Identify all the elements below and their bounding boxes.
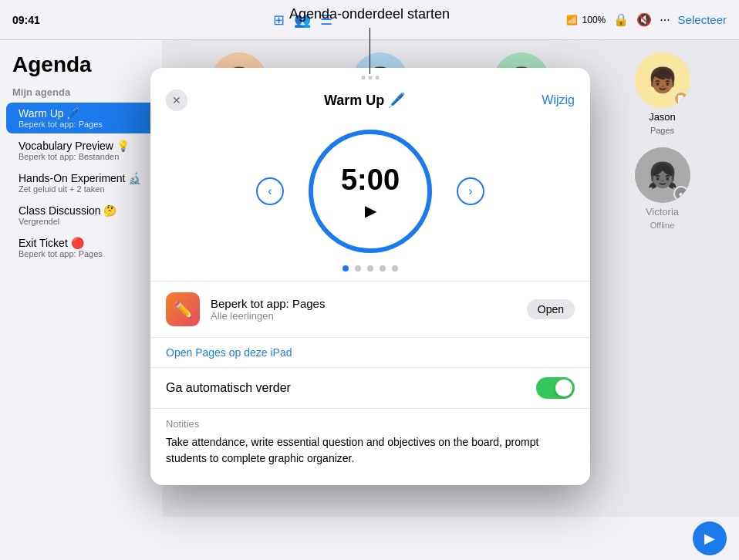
open-app-button[interactable]: Open [527, 299, 575, 319]
notes-label: Notities [166, 418, 575, 430]
student-name: Jason [649, 111, 676, 123]
student-name: Victoria [646, 206, 679, 218]
badge-pages: 📄 [673, 91, 689, 106]
student-card-victoria[interactable]: 👧🏾 ● Victoria Offline [598, 147, 727, 230]
sidebar-section-label: Mijn agenda [0, 86, 162, 98]
top-label-line [370, 28, 370, 74]
sidebar-item-sub: Vergrendel [19, 217, 143, 226]
sidebar-toggle-icon[interactable]: ⊞ [273, 12, 285, 29]
timer-prev-button[interactable]: ‹ [256, 177, 284, 205]
sidebar-item-sub: Beperk tot app: Pages [19, 120, 143, 129]
student-app: Offline [650, 221, 675, 230]
modal-dot [376, 76, 380, 79]
sidebar-item-sub: Zet geluid uit + 2 taken [19, 184, 143, 194]
auto-advance-label: Ga automatisch verder [166, 381, 291, 395]
sidebar-item-exit-ticket[interactable]: Exit Ticket 🔴 Beperk tot app: Pages [6, 232, 156, 263]
modal-title: Warm Up 🖊️ [324, 92, 405, 109]
open-link-section: Open Pages op deze iPad [150, 338, 590, 368]
dot-5 [392, 265, 398, 272]
sidebar-item-sub: Beperk tot app: Bestanden [19, 152, 143, 161]
battery-icon: 100% [582, 15, 606, 25]
timer-display: 5:00 [341, 164, 400, 197]
modal-dot [369, 76, 373, 79]
auto-advance-section: Ga automatisch verder [150, 368, 590, 409]
sidebar-item-name: Warm Up 🖊️ [19, 107, 143, 120]
wifi-icon: 📶 [566, 15, 578, 25]
sidebar-item-sub: Beperk tot app: Pages [19, 249, 143, 258]
student-app: Pages [650, 126, 674, 135]
dot-3 [367, 265, 373, 272]
app-restriction-name: Beperk tot app: Pages [211, 297, 516, 310]
page-dots [150, 262, 590, 281]
modal-header: ✕ Warm Up 🖊️ Wijzig [150, 68, 590, 117]
dot-2 [355, 265, 361, 272]
sidebar-item-hands-on[interactable]: Hands-On Experiment 🔬 Zet geluid uit + 2… [6, 167, 156, 198]
play-button-bottom[interactable]: ▶ [693, 521, 727, 555]
selecteer-button[interactable]: Selecteer [678, 13, 727, 26]
modal-edit-button[interactable]: Wijzig [542, 93, 575, 107]
app-restriction-section: ✏️ Beperk tot app: Pages Alle leerlingen… [150, 282, 590, 338]
top-label: Agenda-onderdeel starten [289, 6, 450, 22]
status-time: 09:41 [12, 14, 40, 26]
student-card-jason[interactable]: 👦🏾 📄 Jason Pages [598, 52, 727, 135]
avatar-jason: 👦🏾 📄 [635, 52, 690, 108]
modal: ✕ Warm Up 🖊️ Wijzig ‹ 5:00 ▶ › ✏️ Beperk… [150, 68, 590, 485]
sidebar-item-name: Hands-On Experiment 🔬 [19, 172, 143, 184]
more-icon[interactable]: ··· [660, 13, 670, 27]
pages-app-icon: ✏️ [166, 292, 200, 326]
dot-1 [343, 265, 349, 272]
lock-icon[interactable]: 🔒 [613, 12, 629, 27]
notes-text: Take attendance, write essential questio… [166, 434, 575, 467]
toggle-knob [555, 380, 572, 396]
open-pages-link[interactable]: Open Pages op deze iPad [166, 346, 292, 359]
sidebar-title: Agenda [0, 52, 162, 77]
avatar-victoria: 👧🏾 ● [635, 147, 690, 203]
timer-section: ‹ 5:00 ▶ › [150, 117, 590, 262]
app-students-label: Alle leerlingen [211, 310, 516, 322]
badge-offline: ● [673, 186, 689, 201]
timer-next-button[interactable]: › [457, 177, 484, 205]
sidebar-item-warm-up[interactable]: Warm Up 🖊️ Beperk tot app: Pages [6, 103, 156, 133]
sidebar-item-name: Exit Ticket 🔴 [19, 237, 143, 249]
app-info: Beperk tot app: Pages Alle leerlingen [211, 297, 516, 322]
sidebar-item-name: Class Discussion 🤔 [19, 204, 143, 217]
auto-advance-toggle[interactable] [536, 377, 575, 399]
timer-play-icon[interactable]: ▶ [365, 201, 376, 220]
timer-circle: 5:00 ▶ [309, 130, 432, 253]
sidebar-item-name: Vocabulary Preview 💡 [19, 140, 143, 152]
sidebar-item-vocabulary[interactable]: Vocabulary Preview 💡 Beperk tot app: Bes… [6, 135, 156, 166]
sidebar-item-class-discussion[interactable]: Class Discussion 🤔 Vergrendel [6, 200, 156, 231]
modal-dot [362, 76, 366, 79]
sidebar: Agenda Mijn agenda Warm Up 🖊️ Beperk tot… [0, 40, 162, 560]
notes-section: Notities Take attendance, write essentia… [150, 409, 590, 485]
status-icons: 📶 100% [566, 15, 606, 25]
dot-4 [380, 265, 386, 272]
top-bar-right: 📶 100% 🔒 🔇 ··· Selecteer [566, 12, 727, 27]
modal-close-button[interactable]: ✕ [166, 89, 187, 111]
modal-drag-handle [362, 76, 380, 79]
mute-icon[interactable]: 🔇 [636, 12, 652, 27]
bottom-bar: ▶ [162, 517, 739, 560]
